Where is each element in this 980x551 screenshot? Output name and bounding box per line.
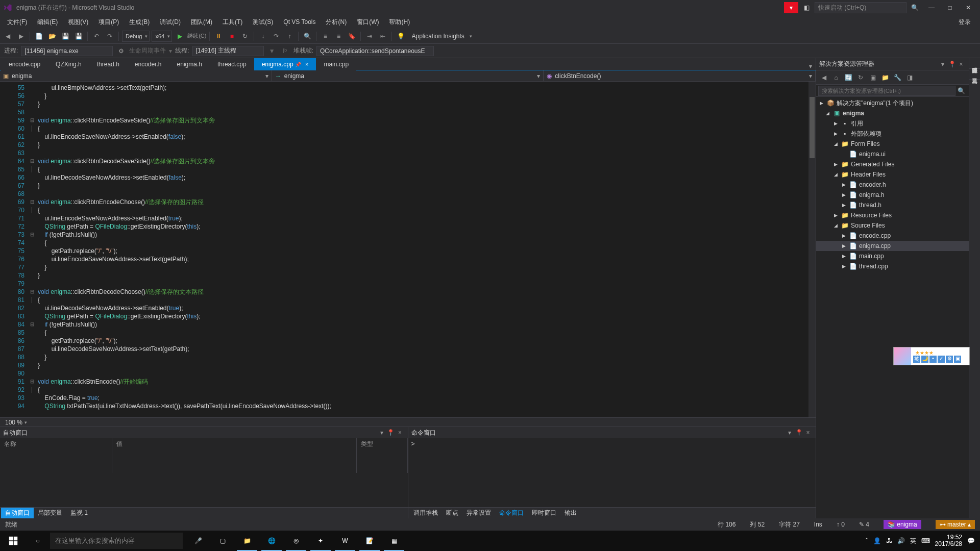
bookmark-icon[interactable]: 🔖 — [346, 31, 357, 42]
bulb-icon[interactable]: 💡 — [395, 31, 406, 42]
panel-close-icon[interactable]: × — [803, 429, 813, 436]
mic-icon[interactable]: 🎤 — [186, 531, 210, 551]
fold-gutter[interactable]: ⊟│⊟│⊟│⊟⊟│⊟⊟│ — [29, 82, 36, 417]
tabs-overflow-icon[interactable]: ▾ — [805, 63, 816, 70]
open-icon[interactable]: 📂 — [46, 31, 58, 42]
forward-icon[interactable]: ▶ — [15, 31, 27, 42]
panel-close-icon[interactable]: × — [957, 61, 966, 68]
tab-enigma-cpp[interactable]: enigma.cpp 📌× — [254, 58, 316, 70]
solution-node[interactable]: ▶📦解决方案"enigma"(1 个项目) — [816, 98, 969, 108]
file-node[interactable]: ▶📄encoder.h — [816, 180, 969, 190]
tab-thread-h[interactable]: thread.h — [89, 58, 127, 70]
tab-enigma-h[interactable]: enigma.h — [169, 58, 210, 70]
indent-icon[interactable]: ⇥ — [364, 31, 375, 42]
panel-dropdown-icon[interactable]: ▾ — [938, 61, 947, 68]
save-all-icon[interactable]: 💾 — [73, 31, 84, 42]
status-changes[interactable]: ✎ 4 — [859, 521, 869, 528]
stackframe-combo[interactable]: QCoreApplication::sendSpontaneousE — [316, 46, 433, 56]
ime-buttons[interactable]: 英🌙•✓⚙▣ — [913, 356, 961, 363]
collapse-icon[interactable]: ▣ — [867, 72, 878, 83]
thread-combo[interactable]: [14916] 主线程 — [192, 46, 264, 56]
menu-help[interactable]: 帮助(H) — [384, 16, 415, 28]
signin-button[interactable]: 登录 — [951, 16, 978, 28]
autos-tab-locals[interactable]: 局部变量 — [34, 508, 66, 518]
tray-people-icon[interactable]: 👤 — [873, 537, 881, 544]
process-combo[interactable]: [11456] enigma.exe — [21, 46, 113, 56]
minimize-button[interactable]: — — [923, 2, 940, 14]
outdent-icon[interactable]: ⇤ — [377, 31, 388, 42]
feedback-icon[interactable]: ▾ — [784, 2, 798, 13]
col-type[interactable]: 类型 — [357, 438, 408, 473]
file-node-selected[interactable]: ▶📄enigma.cpp — [816, 241, 969, 251]
panel-pin-icon[interactable]: 📍 — [386, 429, 396, 436]
explorer-icon[interactable]: 📁 — [235, 531, 259, 551]
tab-close-icon[interactable]: × — [305, 61, 308, 67]
tab-encoder-h[interactable]: encoder.h — [127, 58, 169, 70]
quick-launch-input[interactable]: 快速启动 (Ctrl+Q) — [815, 2, 906, 13]
cmd-tab-out[interactable]: 输出 — [560, 508, 581, 518]
showall-icon[interactable]: 📁 — [879, 72, 891, 83]
menu-team[interactable]: 团队(M) — [186, 16, 217, 28]
menu-window[interactable]: 窗口(W) — [352, 16, 384, 28]
comment-icon[interactable]: ≡ — [320, 31, 331, 42]
redo-icon[interactable]: ↷ — [104, 31, 115, 42]
solution-search-input[interactable] — [818, 86, 955, 96]
tray-chevron-icon[interactable]: ˄ — [865, 537, 868, 544]
file-node[interactable]: 📄enigma.ui — [816, 149, 969, 159]
restart-icon[interactable]: ↻ — [239, 31, 251, 42]
word-icon[interactable]: W — [333, 531, 357, 551]
properties-icon[interactable]: 🔧 — [892, 72, 903, 83]
tray-kb-icon[interactable]: ⌨ — [921, 537, 930, 544]
flag-icon[interactable]: 🏳 — [280, 46, 290, 56]
pause-icon[interactable]: ⏸ — [213, 31, 224, 42]
step-out-icon[interactable]: ↑ — [284, 31, 295, 42]
menu-edit[interactable]: 编辑(E) — [32, 16, 63, 28]
cmd-tab-cmd[interactable]: 命令窗口 — [495, 508, 528, 518]
ext-node[interactable]: ▶▪外部依赖项 — [816, 129, 969, 139]
tray-vol-icon[interactable]: 🔊 — [897, 537, 905, 544]
cmd-tab-bp[interactable]: 断点 — [442, 508, 462, 518]
status-repo[interactable]: 📚 enigma — [884, 520, 921, 529]
refresh-icon[interactable]: ↻ — [855, 72, 866, 83]
app-insights-button[interactable]: Application Insights — [408, 33, 467, 40]
ime-floating-bar[interactable]: ★★★★ 英🌙•✓⚙▣ — [893, 347, 970, 365]
app2-icon[interactable]: ▦ — [382, 531, 406, 551]
continue-label[interactable]: 继续(C) — [187, 32, 206, 40]
cmd-tab-imm[interactable]: 即时窗口 — [528, 508, 560, 518]
cmd-tab-callstack[interactable]: 调用堆栈 — [409, 508, 442, 518]
vs-icon[interactable]: ✦ — [308, 531, 333, 551]
taskview-icon[interactable]: ▢ — [210, 531, 235, 551]
tray-net-icon[interactable]: 🖧 — [886, 537, 892, 544]
stop-icon[interactable]: ■ — [226, 31, 237, 42]
preview-icon[interactable]: ◨ — [904, 72, 915, 83]
status-branch[interactable]: ⊶ master ▴ — [936, 520, 975, 529]
panel-pin-icon[interactable]: 📍 — [794, 429, 803, 436]
continue-icon[interactable]: ▶ — [174, 31, 185, 42]
platform-combo[interactable]: x64 — [152, 31, 172, 42]
scrollbar[interactable] — [808, 82, 816, 417]
close-button[interactable]: ✕ — [960, 2, 977, 14]
step-over-icon[interactable]: ↷ — [271, 31, 282, 42]
tab-thread-cpp[interactable]: thread.cpp — [210, 58, 254, 70]
col-value[interactable]: 值 — [112, 438, 357, 473]
sources-node[interactable]: ◢📁Source Files — [816, 220, 969, 231]
file-node[interactable]: ▶📄main.cpp — [816, 251, 969, 261]
file-node[interactable]: ▶📄thread.cpp — [816, 261, 969, 271]
cortana-icon[interactable]: ○ — [26, 531, 50, 551]
tray-notif-icon[interactable]: 💬 — [967, 537, 975, 544]
taskbar-search-input[interactable]: 在这里输入你要搜索的内容 — [50, 533, 183, 549]
forms-node[interactable]: ◢📁Form Files — [816, 139, 969, 149]
code-area[interactable]: ui.lineBmpNowAddress->setText(getPath); … — [36, 82, 816, 417]
home-icon[interactable]: ⌂ — [830, 72, 842, 83]
cmd-tab-except[interactable]: 异常设置 — [462, 508, 495, 518]
tray-clock[interactable]: 19:522017/6/28 — [935, 534, 962, 547]
vtab-server[interactable]: 服务器资源管理器 — [969, 58, 980, 69]
undo-icon[interactable]: ↶ — [91, 31, 102, 42]
panel-dropdown-icon[interactable]: ▾ — [785, 429, 794, 436]
scroll-thumb[interactable] — [810, 97, 815, 158]
menu-qt[interactable]: Qt VS Tools — [278, 17, 321, 27]
panel-dropdown-icon[interactable]: ▾ — [377, 429, 386, 436]
uncomment-icon[interactable]: ≡ — [333, 31, 344, 42]
tab-qzxing-h[interactable]: QZXing.h — [48, 58, 89, 70]
notepad-icon[interactable]: 📝 — [357, 531, 382, 551]
